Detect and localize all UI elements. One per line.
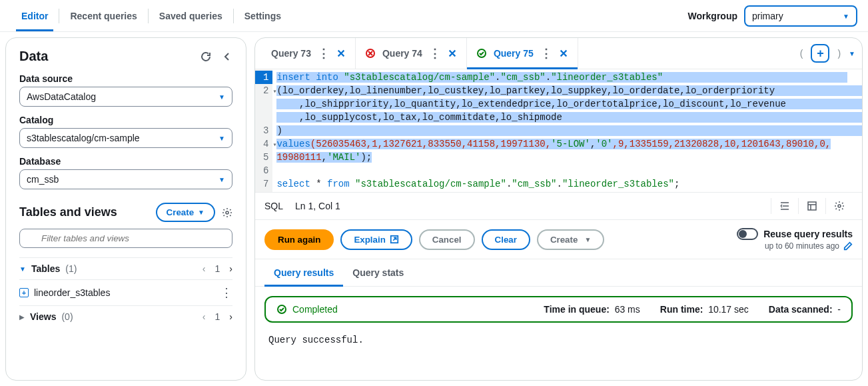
tab-label: Query 74 [382,48,422,59]
kebab-menu-icon[interactable]: ⋮ [429,46,441,61]
database-select[interactable]: cm_ssb [19,169,232,189]
kebab-menu-icon[interactable]: ⋮ [540,46,552,61]
tables-label: Tables [31,263,60,274]
clear-button[interactable]: Clear [482,229,530,250]
tab-query-stats[interactable]: Query stats [343,259,413,286]
kebab-menu-icon[interactable]: ⋮ [318,46,330,61]
tab-label: Query 75 [494,48,534,59]
refresh-icon[interactable] [201,51,211,62]
svg-rect-4 [808,202,816,210]
query-tab-75[interactable]: Query 75 ⋮ [467,38,578,69]
format-icon[interactable] [771,198,798,214]
run-time-value: 10.17 sec [708,304,749,315]
views-label: Views [30,311,56,322]
paren-icon: ) [837,48,841,59]
chevron-left-icon[interactable]: ‹ [203,311,206,322]
catalog-select[interactable]: s3tablescatalog/cm-sample [19,128,232,148]
nav-tab-settings[interactable]: Settings [234,0,292,31]
table-name: lineorder_s3tables [34,287,110,298]
collapse-panel-icon[interactable] [222,51,232,62]
cursor-position: Ln 1, Col 1 [295,201,340,211]
query-tab-73[interactable]: Query 73 ⋮ [262,38,356,69]
tab-dropdown-icon[interactable]: ▼ [849,50,855,57]
query-tabs: Query 73 ⋮ Query 74 ⋮ Query 75 ⋮ [255,38,862,69]
catalog-label: Catalog [19,115,232,125]
workgroup-label: Workgroup [688,11,737,21]
close-icon[interactable] [559,49,568,58]
views-section[interactable]: ▶ Views (0) ‹ 1 › [19,305,232,327]
settings-icon[interactable] [825,198,853,214]
table-row[interactable]: + lineorder_s3tables ⋮ [19,279,232,305]
result-tabs: Query results Query stats [255,259,862,287]
add-tab-button[interactable]: + [811,44,829,63]
paren-icon: ( [800,48,803,59]
query-tab-74[interactable]: Query 74 ⋮ [356,38,467,69]
expand-icon[interactable]: + [19,288,29,297]
data-title: Data [19,49,48,64]
filter-input[interactable] [19,229,232,248]
create-result-button: Create [537,229,604,250]
reuse-label: Reuse query results [763,229,853,239]
language-indicator: SQL [264,201,283,211]
nav-tab-editor[interactable]: Editor [11,0,59,31]
code-body[interactable]: insert into "s3tablescatalog/cm-sample".… [272,69,863,192]
views-count: (0) [61,311,73,322]
data-source-label: Data source [19,73,232,84]
views-page: 1 [215,311,220,322]
cancel-button: Cancel [419,229,475,250]
chevron-right-icon[interactable]: › [229,311,232,322]
kebab-menu-icon[interactable]: ⋮ [220,285,232,300]
tab-query-results[interactable]: Query results [264,259,343,286]
edit-icon[interactable] [843,241,853,251]
time-queue-label: Time in queue: [544,304,610,315]
workgroup-select[interactable]: primary [744,5,857,27]
result-body: Completed Time in queue: 63 ms Run time:… [255,287,862,357]
chevron-left-icon[interactable]: ‹ [203,263,206,274]
success-message: Query successful. [264,323,853,348]
run-button[interactable]: Run again [264,229,334,250]
success-icon [276,304,287,315]
data-scanned-label: Data scanned: [769,304,833,315]
top-nav: Editor Recent queries Saved queries Sett… [0,0,868,32]
database-label: Database [19,156,232,167]
svg-point-0 [226,211,228,214]
status-banner: Completed Time in queue: 63 ms Run time:… [264,296,853,323]
error-icon [365,48,376,59]
tables-page: 1 [215,263,220,274]
chevron-right-icon[interactable]: › [229,263,232,274]
time-queue-value: 63 ms [615,304,640,315]
layout-icon[interactable] [798,198,825,214]
gutter: 1 2▾ 3 4▾ 5 6 7 [255,69,272,192]
nav-tab-saved[interactable]: Saved queries [149,0,233,31]
close-icon[interactable] [336,49,346,58]
reuse-results: Reuse query results up to 60 minutes ago [737,228,853,251]
data-scanned-value: - [837,304,841,315]
svg-point-5 [838,205,841,207]
explain-button[interactable]: Explain [340,229,412,250]
data-panel: Data Data source AwsDataCatalog Catalog … [5,37,246,381]
workgroup: Workgroup primary [688,5,857,27]
tables-count: (1) [65,263,77,274]
data-source-select[interactable]: AwsDataCatalog [19,87,232,107]
nav-tabs: Editor Recent queries Saved queries Sett… [11,0,292,31]
tables-section[interactable]: ▼ Tables (1) ‹ 1 › [19,257,232,279]
caret-down-icon[interactable]: ▼ [19,265,26,273]
code-editor[interactable]: 1 2▾ 3 4▾ 5 6 7 insert into "s3tablescat… [255,69,862,192]
gear-icon[interactable] [222,207,232,218]
nav-tab-recent[interactable]: Recent queries [59,0,147,31]
editor-status-bar: SQL Ln 1, Col 1 [255,192,862,220]
caret-right-icon[interactable]: ▶ [19,313,25,321]
reuse-toggle[interactable] [737,228,758,240]
tab-label: Query 73 [271,48,311,59]
close-icon[interactable] [448,49,457,58]
reuse-subtext: up to 60 minutes ago [765,241,839,251]
create-button[interactable]: Create [156,203,215,222]
status-text: Completed [292,304,338,315]
success-icon [476,48,487,59]
tables-views-title: Tables and views [19,205,117,219]
run-time-label: Run time: [660,304,703,315]
action-bar: Run again Explain Cancel Clear Create Re… [255,220,862,259]
editor-area: Query 73 ⋮ Query 74 ⋮ Query 75 ⋮ [254,37,863,381]
